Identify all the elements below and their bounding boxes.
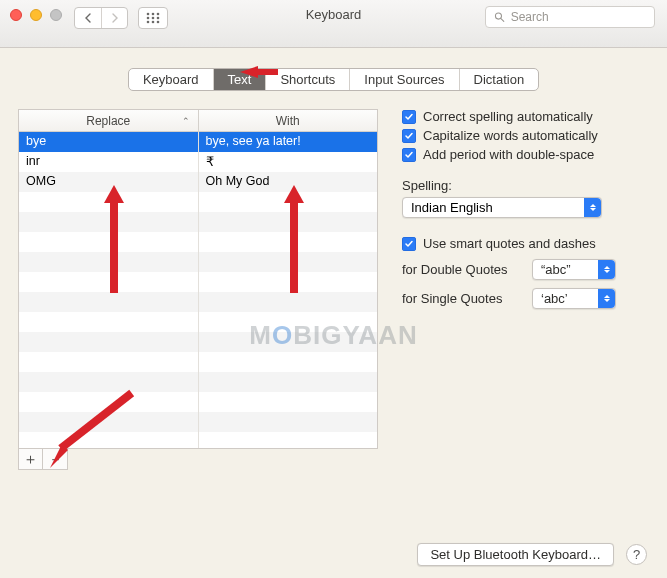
svg-point-0 — [147, 13, 150, 16]
titlebar: Keyboard — [0, 0, 667, 48]
tabbar: Keyboard Text Shortcuts Input Sources Di… — [128, 68, 539, 91]
show-all-button[interactable] — [138, 7, 168, 29]
plus-icon: ＋ — [23, 450, 38, 469]
add-remove-buttons: ＋ － — [18, 449, 68, 470]
column-replace-label: Replace — [86, 114, 130, 128]
double-quotes-popup[interactable]: “abc” — [532, 259, 616, 280]
correct-spelling-label: Correct spelling automatically — [423, 109, 593, 124]
tabs-container: Keyboard Text Shortcuts Input Sources Di… — [18, 68, 649, 91]
add-button[interactable]: ＋ — [19, 449, 43, 469]
zoom-window-button[interactable] — [50, 9, 62, 21]
spelling-popup[interactable]: Indian English — [402, 197, 602, 218]
capitalize-words-checkbox[interactable]: Capitalize words automatically — [402, 128, 649, 143]
grid-icon — [146, 12, 160, 24]
sort-indicator-icon: ⌃ — [182, 116, 190, 126]
popup-arrows-icon — [598, 260, 615, 279]
cell-replace[interactable]: OMG — [19, 172, 199, 192]
svg-point-8 — [157, 21, 160, 24]
traffic-lights — [10, 9, 62, 21]
replacements-table[interactable]: Replace ⌃ With bye bye, see ya later! in… — [18, 109, 378, 449]
single-quotes-label: for Single Quotes — [402, 291, 522, 306]
tab-input-sources[interactable]: Input Sources — [350, 69, 459, 90]
svg-point-3 — [147, 17, 150, 20]
minimize-window-button[interactable] — [30, 9, 42, 21]
double-quotes-label: for Double Quotes — [402, 262, 522, 277]
add-period-checkbox[interactable]: Add period with double-space — [402, 147, 649, 162]
column-replace[interactable]: Replace ⌃ — [19, 110, 199, 131]
close-window-button[interactable] — [10, 9, 22, 21]
tab-text[interactable]: Text — [214, 69, 267, 90]
correct-spelling-checkbox[interactable]: Correct spelling automatically — [402, 109, 649, 124]
tab-dictation[interactable]: Dictation — [460, 69, 539, 90]
checkbox-checked-icon — [402, 148, 416, 162]
single-quotes-popup[interactable]: ‘abc’ — [532, 288, 616, 309]
cell-with[interactable]: ₹ — [199, 152, 378, 172]
cell-with[interactable]: bye, see ya later! — [199, 132, 378, 152]
help-button[interactable]: ? — [626, 544, 647, 565]
remove-button[interactable]: － — [43, 449, 67, 469]
smart-quotes-checkbox[interactable]: Use smart quotes and dashes — [402, 236, 649, 251]
smart-quotes-label: Use smart quotes and dashes — [423, 236, 596, 251]
cell-replace[interactable]: inr — [19, 152, 199, 172]
add-period-label: Add period with double-space — [423, 147, 594, 162]
column-with-label: With — [276, 114, 300, 128]
table-body[interactable]: bye bye, see ya later! inr ₹ OMG Oh My G… — [19, 132, 377, 448]
table-header: Replace ⌃ With — [19, 110, 377, 132]
cell-with[interactable]: Oh My God — [199, 172, 378, 192]
checkbox-checked-icon — [402, 129, 416, 143]
popup-arrows-icon — [598, 289, 615, 308]
minus-icon: － — [48, 450, 63, 469]
svg-point-7 — [152, 21, 155, 24]
svg-line-10 — [501, 19, 504, 22]
bluetooth-keyboard-button[interactable]: Set Up Bluetooth Keyboard… — [417, 543, 614, 566]
checkbox-checked-icon — [402, 237, 416, 251]
help-icon: ? — [633, 547, 640, 562]
double-quotes-value: “abc” — [541, 262, 571, 277]
footer: Set Up Bluetooth Keyboard… ? — [417, 543, 647, 566]
svg-point-2 — [157, 13, 160, 16]
column-with[interactable]: With — [199, 110, 378, 131]
nav-buttons — [74, 7, 128, 29]
search-field[interactable] — [485, 6, 655, 28]
svg-point-5 — [157, 17, 160, 20]
cell-replace[interactable]: bye — [19, 132, 199, 152]
spelling-label: Spelling: — [402, 178, 649, 193]
spelling-value: Indian English — [411, 200, 493, 215]
tab-keyboard[interactable]: Keyboard — [129, 69, 214, 90]
capitalize-words-label: Capitalize words automatically — [423, 128, 598, 143]
forward-button[interactable] — [101, 8, 127, 28]
options-panel: Correct spelling automatically Capitaliz… — [402, 109, 649, 309]
search-input[interactable] — [511, 10, 646, 24]
svg-point-4 — [152, 17, 155, 20]
svg-point-6 — [147, 21, 150, 24]
back-button[interactable] — [75, 8, 101, 28]
popup-arrows-icon — [584, 198, 601, 217]
svg-point-1 — [152, 13, 155, 16]
tab-shortcuts[interactable]: Shortcuts — [266, 69, 350, 90]
search-icon — [494, 11, 505, 23]
single-quotes-value: ‘abc’ — [541, 291, 568, 306]
checkbox-checked-icon — [402, 110, 416, 124]
